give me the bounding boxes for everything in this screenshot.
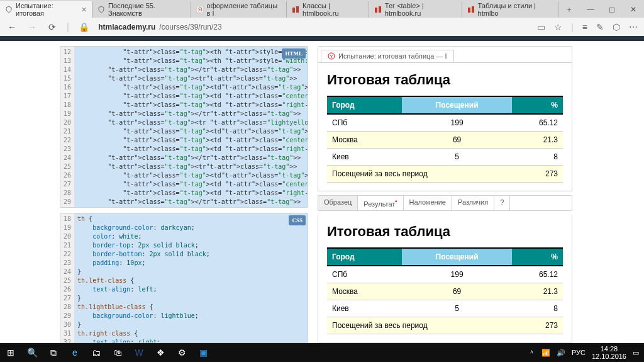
- browser-tab-2[interactable]: Я оформление таблицы в I: [191, 1, 287, 18]
- tray: ＾ 📶 🔊 РУС 14:28 12.10.2016 ▭: [528, 345, 644, 360]
- gear-icon[interactable]: ⚙: [171, 343, 192, 362]
- table-footer-row: Посещений за весь период273: [327, 166, 563, 183]
- svg-text:Я: Я: [197, 6, 202, 13]
- preview-column: Y Испытание: итоговая таблица — I Итогов…: [318, 46, 572, 343]
- preview-tab-label: Испытание: итоговая таблица — I: [338, 52, 447, 60]
- svg-rect-3: [296, 6, 299, 13]
- svg-rect-6: [468, 8, 470, 13]
- yandex-icon: Я: [196, 6, 204, 13]
- word-icon[interactable]: W: [128, 343, 150, 362]
- site-icon: [467, 6, 475, 13]
- svg-rect-2: [292, 8, 295, 13]
- result-table: ГородПосещений%СПб19965.12Москва6921.3Ки…: [327, 247, 563, 334]
- reader-icon[interactable]: ▭: [537, 22, 545, 32]
- table-row: Киев58: [327, 300, 563, 317]
- preview-pane-result: Итоговая таблица ГородПосещений%СПб19965…: [318, 215, 572, 343]
- svg-rect-7: [472, 6, 474, 13]
- preview-heading: Итоговая таблица: [327, 223, 563, 240]
- windows-taskbar[interactable]: ⊞ 🔍 ⧉ e 🗂 🛍 W ❖ ⚙ ▣ ＾ 📶 🔊 РУС 14:28 12.1…: [0, 343, 644, 362]
- app-icon-2[interactable]: ▣: [192, 343, 214, 362]
- forward-button[interactable]: →: [26, 22, 38, 32]
- browser-chrome: Испытание: итоговая ✕ Последние 55. Знак…: [0, 0, 644, 36]
- tab-strip: Испытание: итоговая ✕ Последние 55. Знак…: [0, 0, 644, 18]
- code-source[interactable]: "t-attr">class="t-tag"><th "t-attr">styl…: [75, 47, 308, 208]
- clock-date: 12.10.2016: [592, 353, 626, 360]
- tray-chevron-icon[interactable]: ＾: [528, 348, 535, 358]
- svg-text:Y: Y: [330, 54, 333, 59]
- code-source[interactable]: th { background-color: darkcyan; color: …: [75, 213, 308, 343]
- close-button[interactable]: ✕: [623, 1, 644, 18]
- browser-tab-4[interactable]: Тег <table> | htmlbook.ru: [369, 1, 462, 18]
- refresh-button[interactable]: ⟳: [47, 22, 58, 32]
- result-table: ГородПосещений%СПб19965.12Москва6921.3Ки…: [327, 96, 563, 183]
- more-icon[interactable]: ⋯: [629, 22, 638, 32]
- css-editor[interactable]: CSS 181920212223242526272829303132333435…: [60, 213, 308, 343]
- maximize-button[interactable]: ◻: [601, 1, 623, 18]
- site-icon: [374, 6, 382, 13]
- tab-label: Таблицы и стили | htmlbo: [478, 2, 553, 17]
- taskview-icon[interactable]: ⧉: [43, 343, 64, 362]
- language-indicator[interactable]: РУС: [572, 349, 586, 356]
- site-header-bar: [0, 36, 644, 41]
- col-header: %: [512, 96, 563, 114]
- tab-label: Испытание: итоговая: [16, 2, 78, 17]
- view-tab-overlay[interactable]: Наложение: [404, 196, 452, 210]
- back-button[interactable]: ←: [6, 22, 18, 32]
- preview-tab[interactable]: Y Испытание: итоговая таблица — I: [321, 50, 454, 62]
- svg-rect-4: [375, 8, 377, 13]
- tab-label: Классы | htmlbook.ru: [303, 2, 364, 17]
- volume-icon[interactable]: 🔊: [557, 349, 565, 357]
- html-editor[interactable]: HTML 12131415161718192021222324252627282…: [60, 46, 308, 208]
- editor-column: HTML 12131415161718192021222324252627282…: [60, 46, 308, 343]
- table-row: Киев58: [327, 149, 563, 166]
- clock[interactable]: 14:28 12.10.2016: [592, 345, 626, 360]
- url-host: htmlacademy.ru: [98, 23, 155, 31]
- line-gutter: 1819202122232425262728293031323334353637: [60, 213, 75, 343]
- notifications-icon[interactable]: ▭: [633, 349, 639, 357]
- site-icon: [292, 6, 299, 13]
- new-tab-area: ＋ — ◻ ✕: [558, 1, 644, 18]
- browser-tab-1[interactable]: Последние 55. Знакомств: [92, 1, 191, 18]
- address-bar[interactable]: htmlacademy.ru/courses/39/run/23: [98, 23, 528, 31]
- col-header: Посещений: [402, 96, 512, 114]
- new-tab-button[interactable]: ＋: [558, 1, 580, 18]
- col-header: Посещений: [402, 248, 512, 266]
- html-badge: HTML: [282, 48, 306, 59]
- share-icon[interactable]: ⬡: [613, 22, 620, 32]
- browser-tab-5[interactable]: Таблицы и стили | htmlbo: [462, 1, 558, 18]
- tab-label: Тег <table> | htmlbook.ru: [385, 2, 457, 17]
- css-badge: CSS: [289, 215, 306, 225]
- table-row: СПб19965.12: [327, 114, 563, 132]
- preview-body: Итоговая таблица ГородПосещений%СПб19965…: [318, 63, 572, 191]
- view-tab-help[interactable]: ?: [494, 196, 510, 210]
- search-icon[interactable]: 🔍: [21, 343, 43, 362]
- start-button[interactable]: ⊞: [0, 343, 21, 362]
- preview-body: Итоговая таблица ГородПосещений%СПб19965…: [318, 215, 572, 343]
- explorer-icon[interactable]: 🗂: [86, 343, 107, 362]
- view-tab-sample[interactable]: Образец: [318, 196, 358, 210]
- col-header: Город: [327, 248, 402, 266]
- main-content: HTML 12131415161718192021222324252627282…: [0, 41, 644, 343]
- preview-pane-sample: Y Испытание: итоговая таблица — I Итогов…: [318, 46, 572, 191]
- close-icon[interactable]: ✕: [81, 6, 87, 14]
- edge-icon[interactable]: e: [64, 343, 86, 362]
- browser-tab-3[interactable]: Классы | htmlbook.ru: [287, 1, 369, 18]
- store-icon[interactable]: 🛍: [107, 343, 128, 362]
- hub-icon[interactable]: ≡: [582, 22, 587, 32]
- svg-rect-5: [379, 6, 381, 13]
- network-icon[interactable]: 📶: [541, 349, 550, 357]
- view-tab-result[interactable]: Результат•: [358, 196, 403, 210]
- app-icon[interactable]: ❖: [150, 343, 171, 362]
- minimize-button[interactable]: —: [580, 1, 601, 18]
- col-header: Город: [327, 96, 402, 114]
- view-tab-diff[interactable]: Различия: [452, 196, 494, 210]
- table-footer-row: Посещений за весь период273: [327, 317, 563, 334]
- note-icon[interactable]: ✎: [596, 22, 604, 32]
- shield-icon: [5, 6, 13, 13]
- line-gutter: 1213141516171819202122232425262728293031…: [60, 47, 75, 208]
- col-header: %: [512, 248, 563, 266]
- favorite-icon[interactable]: ☆: [554, 22, 562, 32]
- browser-tab-0[interactable]: Испытание: итоговая ✕: [0, 1, 92, 18]
- toolbar-icons: ▭ ☆ | ≡ ✎ ⬡ ⋯: [537, 22, 638, 32]
- lock-icon: 🔒: [78, 22, 89, 32]
